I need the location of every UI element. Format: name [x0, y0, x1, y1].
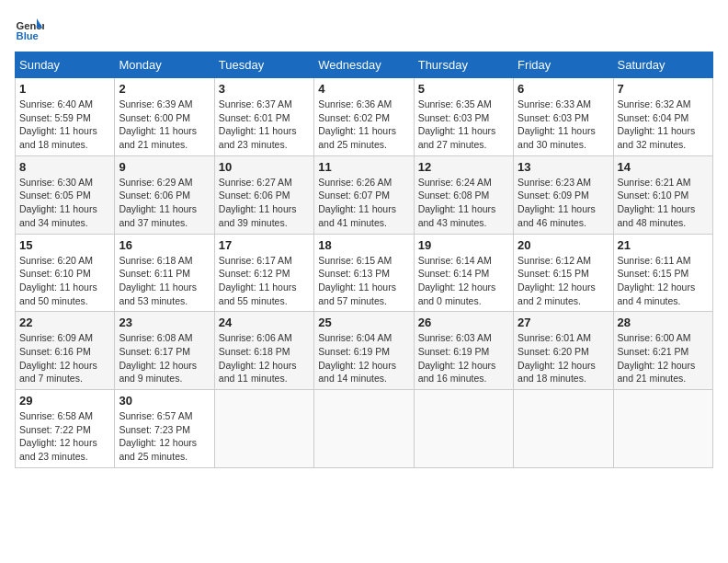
sunset-label: Sunset: 6:10 PM — [19, 268, 91, 279]
day-number: 7 — [618, 82, 709, 96]
day-number: 6 — [518, 82, 609, 96]
daylight-label: Daylight: 11 hours and 30 minutes. — [518, 125, 596, 150]
daylight-label: Daylight: 11 hours and 23 minutes. — [219, 125, 297, 150]
day-info: Sunrise: 6:15 AM Sunset: 6:13 PM Dayligh… — [318, 254, 409, 308]
day-info: Sunrise: 6:18 AM Sunset: 6:11 PM Dayligh… — [119, 254, 210, 308]
sunset-label: Sunset: 6:15 PM — [618, 268, 689, 279]
day-info: Sunrise: 6:32 AM Sunset: 6:04 PM Dayligh… — [618, 98, 709, 152]
sunset-label: Sunset: 6:02 PM — [318, 112, 390, 123]
calendar-week-4: 22 Sunrise: 6:09 AM Sunset: 6:16 PM Dayl… — [16, 312, 713, 390]
calendar-cell: 7 Sunrise: 6:32 AM Sunset: 6:04 PM Dayli… — [613, 78, 712, 156]
day-number: 14 — [618, 160, 709, 174]
day-number: 28 — [618, 316, 709, 329]
calendar-cell: 4 Sunrise: 6:36 AM Sunset: 6:02 PM Dayli… — [314, 78, 414, 156]
calendar-cell: 6 Sunrise: 6:33 AM Sunset: 6:03 PM Dayli… — [514, 78, 613, 156]
day-number: 24 — [219, 316, 310, 329]
sunrise-label: Sunrise: 6:03 AM — [418, 332, 492, 343]
day-number: 26 — [418, 316, 509, 329]
day-info: Sunrise: 6:17 AM Sunset: 6:12 PM Dayligh… — [219, 254, 310, 308]
day-number: 19 — [418, 238, 509, 252]
day-info: Sunrise: 6:33 AM Sunset: 6:03 PM Dayligh… — [518, 98, 609, 152]
sunset-label: Sunset: 6:07 PM — [318, 190, 390, 201]
sunset-label: Sunset: 6:15 PM — [518, 268, 589, 279]
calendar-cell: 11 Sunrise: 6:26 AM Sunset: 6:07 PM Dayl… — [314, 155, 414, 234]
calendar-header-row: SundayMondayTuesdayWednesdayThursdayFrid… — [16, 52, 713, 78]
day-info: Sunrise: 6:01 AM Sunset: 6:20 PM Dayligh… — [518, 331, 609, 385]
sunset-label: Sunset: 6:14 PM — [418, 268, 490, 279]
sunrise-label: Sunrise: 6:08 AM — [119, 332, 192, 343]
sunset-label: Sunset: 6:03 PM — [518, 112, 589, 123]
daylight-label: Daylight: 11 hours and 43 minutes. — [418, 203, 496, 228]
calendar-cell: 20 Sunrise: 6:12 AM Sunset: 6:15 PM Dayl… — [514, 234, 613, 312]
day-number: 4 — [318, 82, 409, 96]
logo: General Blue — [15, 15, 48, 44]
sunset-label: Sunset: 6:09 PM — [518, 190, 589, 201]
svg-text:Blue: Blue — [17, 30, 39, 41]
daylight-label: Daylight: 11 hours and 34 minutes. — [19, 203, 97, 228]
day-info: Sunrise: 6:21 AM Sunset: 6:10 PM Dayligh… — [618, 176, 709, 230]
sunrise-label: Sunrise: 6:35 AM — [418, 98, 492, 109]
sunset-label: Sunset: 7:22 PM — [19, 424, 91, 435]
calendar-cell: 29 Sunrise: 6:58 AM Sunset: 7:22 PM Dayl… — [16, 390, 115, 468]
calendar-header-tuesday: Tuesday — [214, 52, 313, 78]
calendar-cell: 28 Sunrise: 6:00 AM Sunset: 6:21 PM Dayl… — [613, 312, 712, 390]
sunrise-label: Sunrise: 6:20 AM — [19, 255, 93, 266]
sunrise-label: Sunrise: 6:09 AM — [19, 332, 93, 343]
day-info: Sunrise: 6:11 AM Sunset: 6:15 PM Dayligh… — [618, 254, 709, 308]
sunset-label: Sunset: 6:16 PM — [19, 346, 91, 357]
calendar-cell: 30 Sunrise: 6:57 AM Sunset: 7:23 PM Dayl… — [115, 390, 214, 468]
calendar-cell: 5 Sunrise: 6:35 AM Sunset: 6:03 PM Dayli… — [414, 78, 513, 156]
calendar-cell: 19 Sunrise: 6:14 AM Sunset: 6:14 PM Dayl… — [414, 234, 513, 312]
calendar-cell: 15 Sunrise: 6:20 AM Sunset: 6:10 PM Dayl… — [16, 234, 115, 312]
sunrise-label: Sunrise: 6:36 AM — [318, 98, 392, 109]
sunset-label: Sunset: 6:03 PM — [418, 112, 490, 123]
daylight-label: Daylight: 12 hours and 4 minutes. — [618, 282, 696, 306]
daylight-label: Daylight: 12 hours and 16 minutes. — [418, 360, 496, 385]
daylight-label: Daylight: 11 hours and 37 minutes. — [119, 203, 197, 228]
day-number: 20 — [518, 238, 609, 252]
day-info: Sunrise: 6:04 AM Sunset: 6:19 PM Dayligh… — [318, 331, 409, 385]
daylight-label: Daylight: 11 hours and 41 minutes. — [318, 203, 396, 228]
calendar-cell — [613, 390, 712, 468]
calendar-cell: 18 Sunrise: 6:15 AM Sunset: 6:13 PM Dayl… — [314, 234, 414, 312]
day-number: 2 — [119, 82, 210, 96]
page-header: General Blue — [15, 15, 713, 44]
daylight-label: Daylight: 11 hours and 32 minutes. — [618, 125, 696, 150]
day-info: Sunrise: 6:12 AM Sunset: 6:15 PM Dayligh… — [518, 254, 609, 308]
daylight-label: Daylight: 12 hours and 23 minutes. — [19, 437, 97, 462]
day-info: Sunrise: 6:00 AM Sunset: 6:21 PM Dayligh… — [618, 331, 709, 385]
sunrise-label: Sunrise: 6:18 AM — [119, 255, 192, 266]
calendar-cell: 25 Sunrise: 6:04 AM Sunset: 6:19 PM Dayl… — [314, 312, 414, 390]
calendar-cell: 8 Sunrise: 6:30 AM Sunset: 6:05 PM Dayli… — [16, 155, 115, 234]
calendar-cell: 17 Sunrise: 6:17 AM Sunset: 6:12 PM Dayl… — [214, 234, 313, 312]
day-info: Sunrise: 6:14 AM Sunset: 6:14 PM Dayligh… — [418, 254, 509, 308]
sunset-label: Sunset: 6:18 PM — [219, 346, 290, 357]
day-info: Sunrise: 6:06 AM Sunset: 6:18 PM Dayligh… — [219, 331, 310, 385]
daylight-label: Daylight: 12 hours and 21 minutes. — [618, 360, 696, 385]
day-number: 13 — [518, 160, 609, 174]
sunrise-label: Sunrise: 6:15 AM — [318, 255, 392, 266]
sunset-label: Sunset: 6:04 PM — [618, 112, 689, 123]
sunset-label: Sunset: 6:20 PM — [518, 346, 589, 357]
calendar-cell: 10 Sunrise: 6:27 AM Sunset: 6:06 PM Dayl… — [214, 155, 313, 234]
day-info: Sunrise: 6:39 AM Sunset: 6:00 PM Dayligh… — [119, 98, 210, 152]
day-info: Sunrise: 6:36 AM Sunset: 6:02 PM Dayligh… — [318, 98, 409, 152]
day-number: 10 — [219, 160, 310, 174]
day-number: 3 — [219, 82, 310, 96]
day-info: Sunrise: 6:27 AM Sunset: 6:06 PM Dayligh… — [219, 176, 310, 230]
day-info: Sunrise: 6:23 AM Sunset: 6:09 PM Dayligh… — [518, 176, 609, 230]
calendar-cell: 21 Sunrise: 6:11 AM Sunset: 6:15 PM Dayl… — [613, 234, 712, 312]
calendar-cell: 2 Sunrise: 6:39 AM Sunset: 6:00 PM Dayli… — [115, 78, 214, 156]
calendar-header-monday: Monday — [115, 52, 214, 78]
sunset-label: Sunset: 6:05 PM — [19, 190, 91, 201]
sunset-label: Sunset: 6:17 PM — [119, 346, 190, 357]
daylight-label: Daylight: 12 hours and 0 minutes. — [418, 282, 496, 306]
sunset-label: Sunset: 6:00 PM — [119, 112, 190, 123]
daylight-label: Daylight: 11 hours and 55 minutes. — [219, 282, 297, 306]
calendar-cell: 1 Sunrise: 6:40 AM Sunset: 5:59 PM Dayli… — [16, 78, 115, 156]
sunrise-label: Sunrise: 6:04 AM — [318, 332, 392, 343]
daylight-label: Daylight: 11 hours and 46 minutes. — [518, 203, 596, 228]
calendar-cell — [514, 390, 613, 468]
calendar-week-1: 1 Sunrise: 6:40 AM Sunset: 5:59 PM Dayli… — [16, 78, 713, 156]
calendar-cell: 9 Sunrise: 6:29 AM Sunset: 6:06 PM Dayli… — [115, 155, 214, 234]
